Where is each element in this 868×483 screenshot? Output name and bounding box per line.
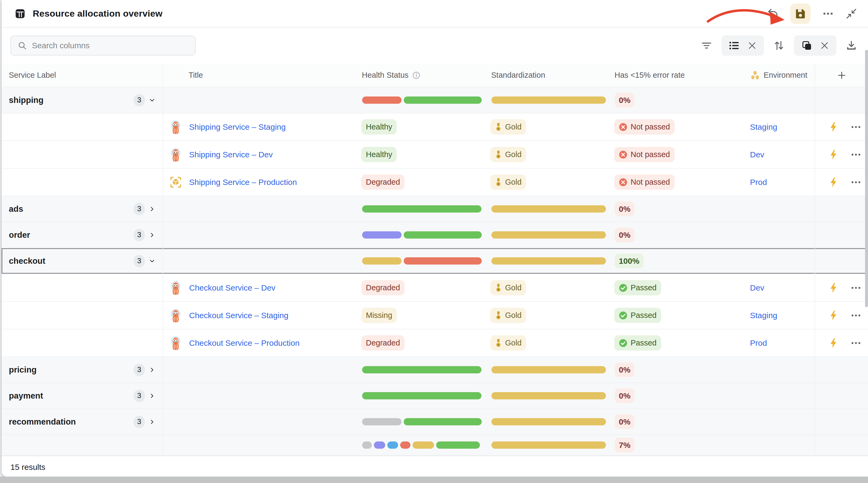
lightning-bolt-icon[interactable]	[829, 283, 838, 293]
error-rate-badge: 0%	[615, 228, 634, 242]
row-actions-cell	[815, 141, 868, 168]
service-label-cell: ads3	[2, 196, 163, 222]
group-row-recommendation[interactable]: recommendation30%	[2, 409, 868, 435]
chevron-right-icon[interactable]	[149, 392, 156, 399]
lightning-bolt-icon[interactable]	[829, 149, 838, 160]
error-rate-badge: 0%	[615, 201, 634, 216]
undo-icon[interactable]	[767, 7, 779, 20]
squid-mascot-icon	[169, 120, 182, 134]
row-menu-icon[interactable]	[850, 149, 862, 161]
health-bar-segment-green	[362, 205, 482, 213]
row-menu-icon[interactable]	[850, 282, 862, 294]
service-row[interactable]: Checkout Service – ProductionDegradedGol…	[2, 329, 868, 357]
column-health-status[interactable]: Health Status	[362, 71, 408, 79]
environment-link[interactable]: Staging	[750, 311, 777, 320]
list-view-icon[interactable]	[728, 40, 740, 52]
environment-link[interactable]: Dev	[750, 150, 764, 159]
status-chip: Passed	[614, 335, 661, 351]
row-menu-icon[interactable]	[850, 176, 862, 188]
download-icon[interactable]	[845, 40, 857, 52]
service-title-link[interactable]: Shipping Service – Production	[189, 178, 297, 187]
status-chip-label: Gold	[505, 178, 522, 187]
service-label-cell	[2, 274, 163, 301]
service-row[interactable]: Checkout Service – DevDegradedGoldPassed…	[2, 274, 868, 302]
column-service-label[interactable]: Service Label	[2, 71, 162, 79]
column-error-rate[interactable]: Has <15% error rate	[614, 71, 750, 79]
row-menu-icon[interactable]	[850, 337, 862, 349]
summary-row: 7%	[2, 435, 868, 456]
add-column-icon[interactable]	[815, 70, 868, 80]
health-status-bars	[361, 442, 490, 449]
standardization-bar	[491, 366, 606, 374]
sort-icon[interactable]	[773, 40, 785, 52]
column-environment[interactable]: Environment	[764, 71, 807, 79]
chevron-right-icon[interactable]	[149, 232, 156, 238]
clear-list-view-icon[interactable]	[747, 41, 757, 51]
service-title-link[interactable]: Checkout Service – Dev	[189, 283, 276, 292]
group-row-pricing[interactable]: pricing30%	[2, 357, 868, 383]
environment-cell: Dev	[750, 283, 815, 292]
collapse-icon[interactable]	[845, 8, 857, 20]
environment-link[interactable]: Dev	[750, 283, 764, 292]
group-row-order[interactable]: order30%	[2, 222, 868, 248]
row-actions-cell	[815, 274, 868, 301]
status-chip: Missing	[361, 308, 397, 323]
chevron-right-icon[interactable]	[149, 366, 156, 374]
lightning-bolt-icon[interactable]	[829, 122, 838, 132]
row-actions-cell	[815, 383, 868, 409]
group-row-shipping[interactable]: shipping30%	[2, 87, 868, 114]
lightning-bolt-icon[interactable]	[829, 338, 838, 349]
chevron-down-icon[interactable]	[149, 258, 156, 264]
service-row[interactable]: Shipping Service – ProductionDegradedGol…	[2, 169, 868, 196]
stack-icon[interactable]	[801, 40, 813, 52]
environment-link[interactable]: Prod	[750, 178, 767, 187]
service-title-link[interactable]: Shipping Service – Staging	[189, 123, 286, 132]
status-chip-label: Gold	[505, 283, 522, 292]
gold-medal-icon	[495, 150, 502, 159]
service-row[interactable]: Checkout Service – StagingMissingGoldPas…	[2, 302, 868, 329]
column-title[interactable]: Title	[163, 71, 361, 79]
search-box[interactable]	[10, 36, 195, 56]
lightning-bolt-icon[interactable]	[829, 177, 838, 188]
group-row-payment[interactable]: payment30%	[2, 383, 868, 409]
lightning-bolt-icon[interactable]	[829, 310, 838, 321]
standardization-bar	[491, 392, 606, 399]
row-actions-cell	[815, 87, 868, 113]
error-rate-badge: 7%	[615, 438, 634, 452]
service-title-link[interactable]: Shipping Service – Dev	[189, 150, 273, 159]
vertical-scrollbar[interactable]	[865, 50, 868, 307]
service-title-link[interactable]: Checkout Service – Production	[189, 339, 300, 348]
health-status-bars	[361, 392, 490, 399]
save-icon[interactable]	[790, 3, 811, 24]
search-input[interactable]	[32, 41, 189, 50]
service-row[interactable]: Shipping Service – DevHealthyGoldNot pas…	[2, 141, 868, 169]
status-chip-label: Gold	[505, 311, 522, 320]
environment-link[interactable]: Prod	[750, 339, 767, 347]
group-by-pill	[721, 35, 764, 56]
standardization-cell	[490, 96, 614, 104]
standardization-cell	[490, 392, 614, 399]
more-options-icon[interactable]	[822, 7, 834, 20]
gold-medal-icon	[495, 284, 502, 292]
row-menu-icon[interactable]	[850, 310, 862, 321]
filter-icon[interactable]	[701, 40, 712, 52]
group-row-ads[interactable]: ads30%	[2, 196, 868, 222]
clear-stack-icon[interactable]	[820, 41, 829, 51]
title-cell: Checkout Service – Staging	[163, 309, 361, 322]
error-rate-cell: 0%	[614, 388, 750, 403]
group-count-badge: 3	[133, 390, 145, 402]
environment-link[interactable]: Staging	[750, 123, 777, 131]
row-menu-icon[interactable]	[850, 121, 862, 133]
service-title-link[interactable]: Checkout Service – Staging	[189, 311, 288, 320]
chevron-down-icon[interactable]	[149, 97, 156, 104]
service-row[interactable]: Shipping Service – StagingHealthyGoldNot…	[2, 114, 868, 141]
standardization-cell: Gold	[490, 335, 614, 351]
status-chip-label: Healthy	[366, 123, 392, 131]
chevron-right-icon[interactable]	[149, 205, 156, 213]
column-standardization[interactable]: Standardization	[490, 71, 614, 79]
group-count-badge: 3	[133, 364, 145, 376]
health-bar-segment-green	[404, 96, 482, 104]
info-icon[interactable]	[412, 71, 420, 79]
chevron-right-icon[interactable]	[149, 418, 156, 425]
group-row-checkout[interactable]: checkout3100%	[2, 248, 868, 274]
